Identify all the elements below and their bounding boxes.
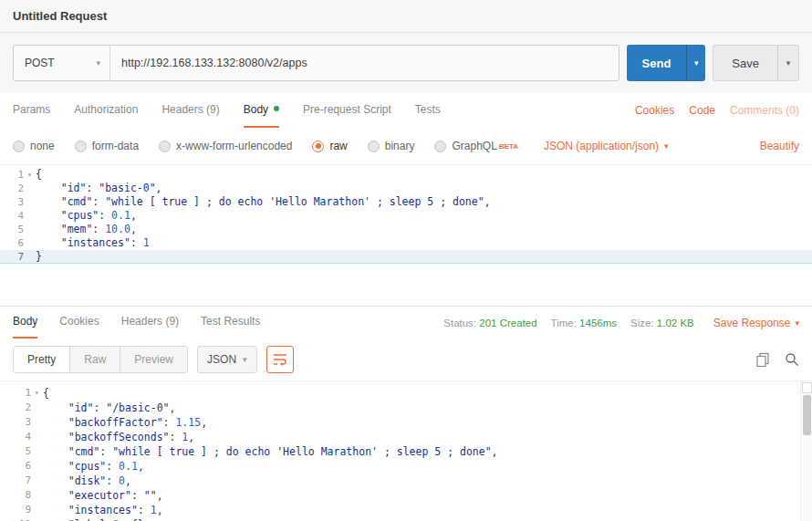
comments-link[interactable]: Comments (0) xyxy=(730,104,799,117)
line-number: 3 xyxy=(0,195,24,209)
tab-body[interactable]: Body xyxy=(244,93,279,128)
fold-spacer xyxy=(24,223,36,236)
request-editor[interactable]: 1▾{2 "id": "basic-0",3 "cmd": "while [ t… xyxy=(0,164,812,306)
code-line[interactable]: 4 "cpus": 0.1, xyxy=(0,209,812,223)
code-line[interactable]: 7 "disk": 0, xyxy=(0,474,800,488)
postman-app: Untitled Request POST ▾ http://192.168.1… xyxy=(0,0,812,521)
line-number: 4 xyxy=(0,209,24,223)
scrollbar[interactable] xyxy=(800,381,812,521)
send-button[interactable]: Send xyxy=(627,45,687,81)
code-line[interactable]: 7} xyxy=(0,250,812,264)
request-bar: POST ▾ http://192.168.133.132:8080/v2/ap… xyxy=(0,33,812,93)
fold-spacer xyxy=(31,503,43,517)
code-line[interactable]: 5 "mem": 10.0, xyxy=(0,223,812,236)
code-line[interactable]: 6 "cpus": 0.1, xyxy=(0,459,800,474)
body-type-binary[interactable]: binary xyxy=(368,140,415,152)
code-line[interactable]: 1▾{ xyxy=(0,168,812,182)
time-badge: Time: 1456ms xyxy=(551,318,617,328)
body-type-graphql[interactable]: GraphQLBETA xyxy=(434,140,518,152)
radio-icon xyxy=(434,141,446,152)
code-link[interactable]: Code xyxy=(689,104,715,117)
code-text: "instances": 1 xyxy=(36,236,150,250)
code-text: "instances": 1, xyxy=(43,503,163,517)
code-line[interactable]: 4 "backoffSeconds": 1, xyxy=(0,430,800,444)
code-line[interactable]: 3 "cmd": "while [ true ] ; do echo 'Hell… xyxy=(0,195,812,209)
content-type-select[interactable]: JSON (application/json)▾ xyxy=(544,140,669,152)
save-options-button[interactable]: ▾ xyxy=(777,45,799,81)
beautify-link[interactable]: Beautify xyxy=(760,140,799,152)
response-tab-cookies[interactable]: Cookies xyxy=(59,307,99,339)
fold-spacer xyxy=(31,444,43,459)
code-line[interactable]: 2 "id": "/basic-0", xyxy=(0,401,800,415)
cookies-link[interactable]: Cookies xyxy=(635,104,674,117)
copy-button[interactable] xyxy=(755,352,770,367)
fold-spacer xyxy=(31,415,43,430)
search-button[interactable] xyxy=(785,352,799,367)
tab-headers[interactable]: Headers (9) xyxy=(161,93,219,128)
code-line[interactable]: 1▾{ xyxy=(0,386,800,401)
wrap-text-button[interactable] xyxy=(266,346,294,373)
fold-icon[interactable]: ▾ xyxy=(31,386,43,401)
code-text: "backoffSeconds": 1, xyxy=(43,430,194,444)
request-tab-links: Cookies Code Comments (0) xyxy=(635,104,799,117)
save-response-label: Save Response xyxy=(713,317,791,329)
save-response-button[interactable]: Save Response▾ xyxy=(713,317,799,329)
request-title: Untitled Request xyxy=(13,9,107,23)
chevron-down-icon: ▾ xyxy=(243,355,247,364)
tab-params[interactable]: Params xyxy=(13,93,50,128)
fold-icon[interactable]: ▾ xyxy=(24,168,36,182)
pretty-tab[interactable]: Pretty xyxy=(14,347,70,372)
tab-body-label: Body xyxy=(244,103,268,116)
view-mode-switch: Pretty Raw Preview xyxy=(13,346,188,373)
body-type-form-data[interactable]: form-data xyxy=(75,140,139,152)
code-line[interactable]: 3 "backoffFactor": 1.15, xyxy=(0,415,800,430)
radio-label: form-data xyxy=(92,140,139,152)
body-type-raw[interactable]: raw xyxy=(312,140,347,152)
url-input[interactable]: http://192.168.133.132:8080/v2/apps xyxy=(110,46,619,80)
code-line[interactable]: 10 "labels": {}, xyxy=(0,517,800,521)
response-tabs: Body Cookies Headers (9) Test Results St… xyxy=(0,307,812,339)
radio-label: none xyxy=(30,140,55,152)
preview-tab[interactable]: Preview xyxy=(120,347,187,372)
code-line[interactable]: 8 "executor": "", xyxy=(0,488,800,503)
radio-icon xyxy=(368,141,380,152)
code-text: } xyxy=(36,250,42,263)
tab-tests[interactable]: Tests xyxy=(415,93,441,128)
code-line[interactable]: 9 "instances": 1, xyxy=(0,503,800,517)
scroll-button[interactable] xyxy=(802,382,812,393)
radio-label: GraphQL xyxy=(452,140,496,152)
code-text: "backoffFactor": 1.15, xyxy=(43,415,207,430)
code-line[interactable]: 2 "id": "basic-0", xyxy=(0,182,812,195)
body-type-none[interactable]: none xyxy=(13,140,55,152)
response-tab-headers[interactable]: Headers (9) xyxy=(121,307,179,339)
save-button[interactable]: Save xyxy=(713,45,777,81)
tab-pre-request-script[interactable]: Pre-request Script xyxy=(303,93,391,128)
fold-spacer xyxy=(31,488,43,503)
fold-spacer xyxy=(24,195,36,209)
code-text: "cmd": "while [ true ] ; do echo 'Hello … xyxy=(36,195,491,209)
body-modified-dot xyxy=(274,106,279,111)
wrap-text-icon xyxy=(273,352,287,367)
response-tab-test-results[interactable]: Test Results xyxy=(201,307,260,339)
url-value: http://192.168.133.132:8080/v2/apps xyxy=(121,57,307,69)
body-type-urlencoded[interactable]: x-www-form-urlencoded xyxy=(159,140,292,152)
code-text: "cpus": 0.1, xyxy=(43,459,144,474)
fold-spacer xyxy=(31,459,43,474)
format-select[interactable]: JSON ▾ xyxy=(197,346,257,373)
raw-tab[interactable]: Raw xyxy=(70,347,120,372)
line-number: 5 xyxy=(0,223,24,236)
response-tab-body[interactable]: Body xyxy=(13,307,37,339)
line-number: 6 xyxy=(0,459,31,474)
response-editor[interactable]: 1▾{2 "id": "/basic-0",3 "backoffFactor":… xyxy=(0,381,800,521)
body-type-bar: none form-data x-www-form-urlencoded raw… xyxy=(0,128,812,164)
scrollbar-thumb[interactable] xyxy=(803,395,811,435)
send-options-button[interactable]: ▾ xyxy=(686,45,705,81)
code-line[interactable]: 5 "cmd": "while [ true ] ; do echo 'Hell… xyxy=(0,444,800,459)
tab-authorization[interactable]: Authorization xyxy=(74,93,138,128)
line-number: 2 xyxy=(0,401,31,415)
method-select[interactable]: POST ▾ xyxy=(14,46,110,80)
fold-spacer xyxy=(24,236,36,250)
radio-label: raw xyxy=(329,140,347,152)
line-number: 7 xyxy=(0,474,31,488)
code-line[interactable]: 6 "instances": 1 xyxy=(0,236,812,250)
